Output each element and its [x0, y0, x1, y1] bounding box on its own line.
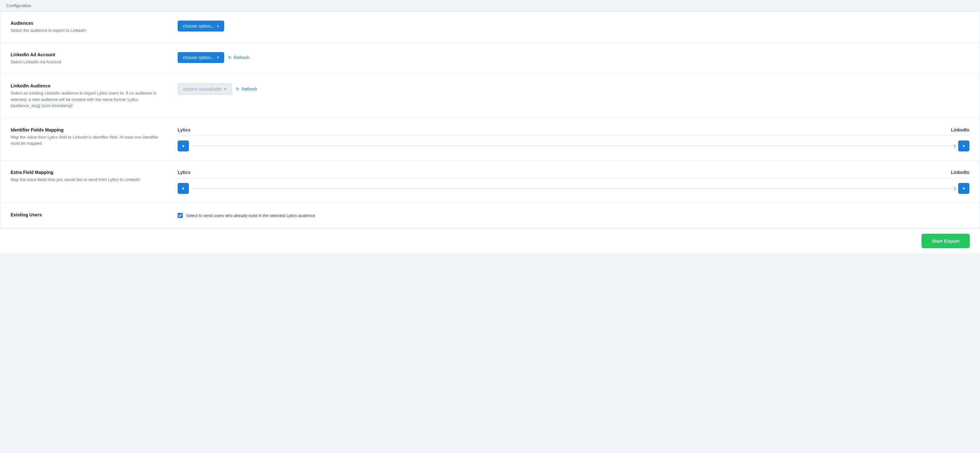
audiences-right: choose option... ▾	[178, 21, 969, 32]
linkedin-audience-refresh-label: Refresh	[242, 86, 257, 92]
identifier-fields-description: Map the value from Lytics field to Linke…	[11, 134, 165, 147]
linkedin-ad-account-refresh-label: Refresh	[234, 55, 250, 60]
audiences-dropdown[interactable]: choose option... ▾	[178, 21, 224, 32]
identifier-fields-right: Lytics LinkedIn ▾ ▾	[178, 127, 969, 152]
audiences-chevron-icon: ▾	[217, 24, 219, 28]
identifier-fields-row: ▾ ▾	[178, 140, 969, 152]
linkedin-audience-chevron-icon: ▾	[224, 86, 226, 92]
linkedin-audience-refresh-icon: ↻	[236, 86, 240, 92]
start-export-button[interactable]: Start Export	[921, 234, 970, 248]
linkedin-ad-account-right: choose option... ▾ ↻ Refresh	[178, 52, 969, 63]
linkedin-ad-account-section: LinkedIn Ad Account Select LinkedIn Ad A…	[0, 43, 980, 75]
extra-linkedin-chevron-icon: ▾	[963, 186, 965, 191]
extra-field-header: Lytics LinkedIn	[178, 170, 969, 179]
page-title: Configuration	[6, 3, 31, 8]
linkedin-audience-refresh-button[interactable]: ↻ Refresh	[236, 86, 257, 92]
existing-users-right: Select to send users who already exist i…	[178, 213, 969, 218]
extra-linkedin-dropdown[interactable]: ▾	[958, 183, 969, 194]
linkedin-audience-dropdown: options unavailable ▾	[178, 83, 232, 95]
linkedin-audience-title: LinkedIn Audience	[11, 83, 165, 88]
existing-users-title: Existing Users	[11, 212, 165, 217]
identifier-linkedin-chevron-icon: ▾	[963, 144, 965, 148]
extra-lytics-col-header: Lytics	[178, 170, 944, 175]
audiences-left: Audiences Select the audience to export …	[11, 21, 178, 34]
identifier-linkedin-dropdown[interactable]: ▾	[958, 140, 969, 152]
extra-linkedin-col-header: LinkedIn	[944, 170, 969, 175]
existing-users-left: Existing Users	[11, 212, 178, 219]
linkedin-ad-account-chevron-icon: ▾	[217, 55, 219, 59]
page-header: Configuration	[0, 0, 980, 11]
extra-field-row: ▾ ▾	[178, 183, 969, 194]
linkedin-ad-account-dropdown[interactable]: choose option... ▾	[178, 52, 224, 63]
identifier-lytics-col-header: Lytics	[178, 127, 944, 132]
audiences-description: Select the audience to export to LinkedI…	[11, 27, 165, 34]
audiences-dropdown-label: choose option...	[183, 24, 215, 29]
extra-lytics-chevron-icon: ▾	[182, 186, 185, 191]
identifier-fields-title: Identifier Fields Mapping	[11, 127, 165, 132]
linkedin-ad-account-description: Select LinkedIn Ad Account	[11, 59, 165, 65]
linkedin-ad-account-refresh-icon: ↻	[228, 55, 232, 60]
audiences-section: Audiences Select the audience to export …	[0, 11, 980, 43]
linkedin-audience-description: Select an existing LinkedIn audience to …	[11, 90, 165, 109]
linkedin-ad-account-refresh-button[interactable]: ↻ Refresh	[228, 55, 250, 60]
linkedin-audience-right: options unavailable ▾ ↻ Refresh	[178, 83, 969, 95]
linkedin-ad-account-left: LinkedIn Ad Account Select LinkedIn Ad A…	[11, 52, 178, 65]
main-content: Audiences Select the audience to export …	[0, 11, 980, 228]
identifier-fields-left: Identifier Fields Mapping Map the value …	[11, 127, 178, 147]
identifier-fields-header: Lytics LinkedIn	[178, 127, 969, 136]
extra-field-description: Map the extra fields that you would like…	[11, 177, 165, 183]
identifier-fields-section: Identifier Fields Mapping Map the value …	[0, 118, 980, 161]
extra-mapping-line	[193, 188, 954, 188]
linkedin-audience-left: LinkedIn Audience Select an existing Lin…	[11, 83, 178, 109]
extra-field-section: Extra Field Mapping Map the extra fields…	[0, 161, 980, 203]
identifier-lytics-dropdown[interactable]: ▾	[178, 140, 189, 152]
identifier-lytics-chevron-icon: ▾	[182, 144, 185, 148]
linkedin-ad-account-title: LinkedIn Ad Account	[11, 52, 165, 57]
existing-users-section: Existing Users Select to send users who …	[0, 203, 980, 228]
extra-field-title: Extra Field Mapping	[11, 170, 165, 175]
existing-users-checkbox[interactable]	[178, 213, 183, 218]
extra-field-right: Lytics LinkedIn ▾ ▾	[178, 170, 969, 194]
extra-lytics-dropdown[interactable]: ▾	[178, 183, 189, 194]
extra-field-left: Extra Field Mapping Map the extra fields…	[11, 170, 178, 183]
linkedin-ad-account-dropdown-label: choose option...	[183, 55, 215, 60]
identifier-linkedin-col-header: LinkedIn	[944, 127, 969, 132]
page-footer: Start Export	[0, 228, 980, 254]
linkedin-audience-section: LinkedIn Audience Select an existing Lin…	[0, 74, 980, 118]
existing-users-checkbox-label: Select to send users who already exist i…	[186, 213, 315, 218]
audiences-title: Audiences	[11, 21, 165, 26]
linkedin-audience-dropdown-label: options unavailable	[183, 86, 222, 92]
